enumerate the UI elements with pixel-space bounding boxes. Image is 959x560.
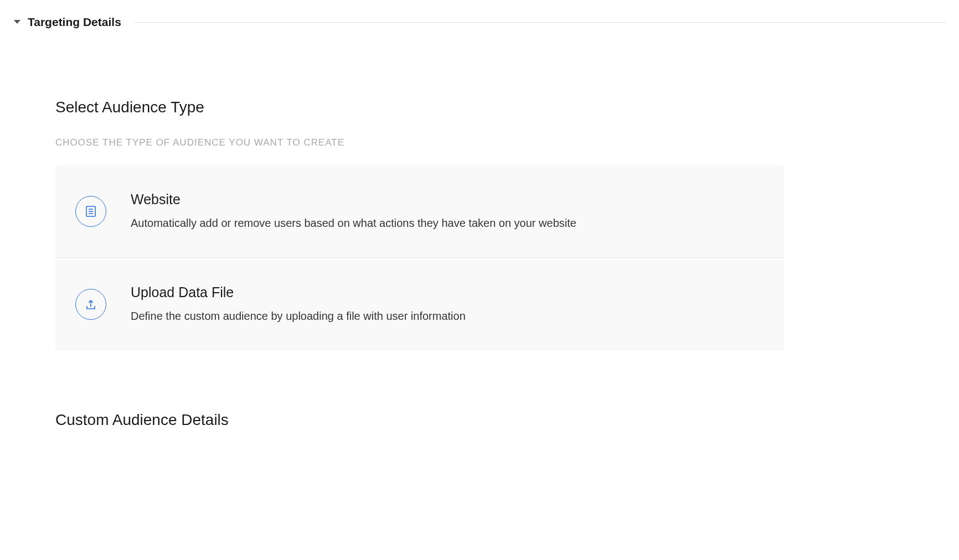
option-description: Define the custom audience by uploading … (131, 308, 466, 324)
option-title: Upload Data File (131, 284, 466, 300)
option-description: Automatically add or remove users based … (131, 215, 576, 231)
option-text: Upload Data File Define the custom audie… (131, 284, 466, 324)
audience-type-heading: Select Audience Type (55, 98, 784, 116)
option-title: Website (131, 191, 576, 208)
custom-audience-heading: Custom Audience Details (55, 411, 784, 429)
section-title: Targeting Details (28, 15, 121, 29)
section-header[interactable]: Targeting Details (0, 0, 959, 38)
chevron-down-icon (13, 19, 21, 25)
audience-options: Website Automatically add or remove user… (55, 165, 784, 350)
content-area: Select Audience Type CHOOSE THE TYPE OF … (0, 98, 797, 429)
audience-option-upload[interactable]: Upload Data File Define the custom audie… (55, 257, 784, 350)
document-icon (75, 196, 106, 227)
audience-option-website[interactable]: Website Automatically add or remove user… (55, 165, 784, 257)
option-text: Website Automatically add or remove user… (131, 191, 576, 231)
upload-icon (75, 289, 106, 320)
audience-type-sublabel: CHOOSE THE TYPE OF AUDIENCE YOU WANT TO … (55, 137, 784, 148)
section-divider (135, 22, 946, 23)
